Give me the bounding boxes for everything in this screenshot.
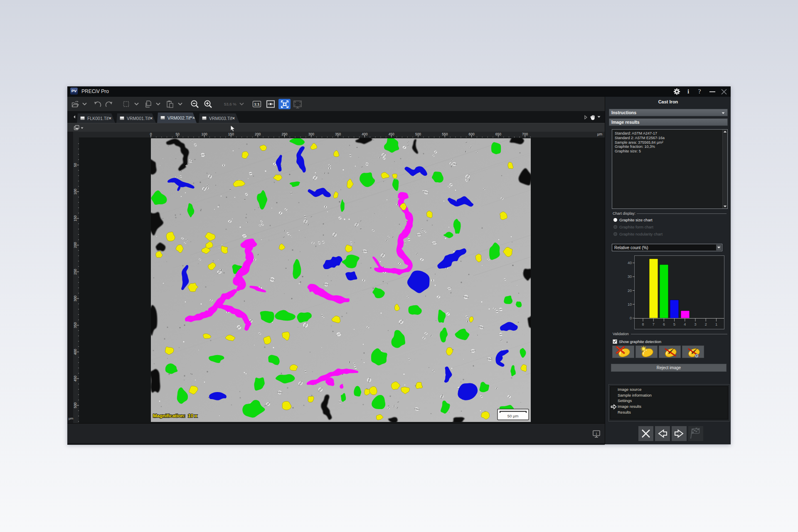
svg-text:350: 350	[73, 322, 77, 328]
svg-text:300: 300	[308, 132, 314, 136]
svg-text:700: 700	[522, 132, 528, 136]
svg-text:6: 6	[663, 322, 665, 326]
svg-text:400: 400	[73, 349, 77, 355]
svg-text:500: 500	[415, 132, 421, 136]
svg-text:150: 150	[73, 216, 77, 221]
svg-text:8: 8	[642, 322, 644, 326]
svg-text:500: 500	[73, 402, 77, 408]
svg-text:3: 3	[694, 322, 696, 326]
svg-text:40: 40	[628, 261, 632, 265]
svg-text:50 µm: 50 µm	[507, 414, 519, 418]
svg-text:50: 50	[73, 163, 77, 167]
svg-text:100: 100	[202, 132, 207, 136]
svg-text:250: 250	[73, 269, 77, 275]
svg-text:4: 4	[684, 322, 686, 326]
svg-text:200: 200	[255, 132, 261, 136]
svg-text:0: 0	[630, 316, 632, 320]
svg-text:10: 10	[628, 302, 632, 306]
svg-text:450: 450	[73, 375, 77, 381]
svg-text:Magnification: 10 x: Magnification: 10 x	[153, 413, 197, 418]
svg-text:600: 600	[469, 132, 475, 136]
svg-text:20: 20	[628, 289, 632, 293]
svg-text:µm: µm	[597, 132, 602, 136]
svg-text:200: 200	[73, 242, 77, 248]
svg-text:550: 550	[442, 132, 448, 136]
svg-text:450: 450	[389, 132, 394, 136]
svg-text:7: 7	[653, 322, 655, 326]
svg-text:i: i	[596, 431, 597, 436]
svg-text:30: 30	[628, 275, 632, 279]
svg-text:250: 250	[281, 132, 287, 136]
svg-text:2: 2	[705, 322, 707, 326]
svg-text:300: 300	[73, 295, 77, 301]
svg-text:100: 100	[73, 189, 77, 194]
svg-text:400: 400	[362, 132, 367, 136]
svg-text:1: 1	[715, 322, 717, 326]
svg-text:5: 5	[673, 322, 675, 326]
svg-text:50: 50	[176, 132, 180, 136]
svg-text:150: 150	[228, 132, 234, 136]
svg-text:350: 350	[335, 132, 341, 136]
svg-text:650: 650	[495, 132, 501, 136]
svg-text:0: 0	[150, 132, 152, 136]
